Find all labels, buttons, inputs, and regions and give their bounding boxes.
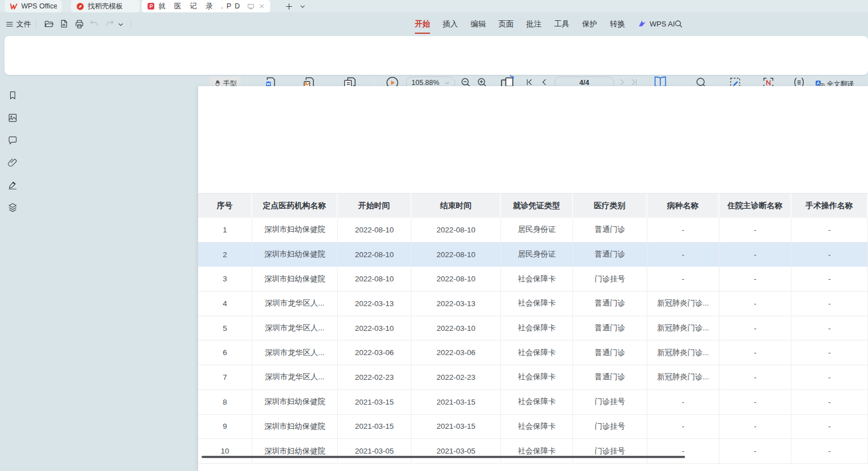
menu-tab-convert[interactable]: 转换: [610, 19, 625, 29]
medical-records-table: 序号定点医药机构名称开始时间结束时间就诊凭证类型医疗类别病种名称住院主诊断名称手…: [198, 193, 868, 464]
table-cell: -: [719, 340, 791, 365]
tab-document[interactable]: 就 医 记 录 .PDF: [142, 0, 270, 12]
table-cell: -: [719, 243, 791, 267]
tab-label: WPS Office: [21, 2, 57, 10]
printer-icon: [74, 19, 84, 29]
table-cell: 6: [198, 340, 252, 365]
table-cell: -: [791, 390, 868, 414]
table-cell: 普通门诊: [573, 291, 647, 316]
table-row-4[interactable]: 4深圳市龙华区人...2022-03-132022-03-13社会保障卡普通门诊…: [198, 291, 868, 316]
table-cell: -: [791, 365, 868, 389]
tab-docer-template[interactable]: 找稻壳模板: [71, 0, 140, 12]
table-cell: 2022-08-10: [338, 218, 411, 242]
table-cell: 2022-08-10: [411, 218, 501, 242]
tab-wps-office[interactable]: WPS Office: [5, 0, 62, 12]
table-cell: 2: [198, 243, 252, 267]
bookmarks-panel-button[interactable]: [7, 90, 18, 101]
table-cell: 2022-08-10: [338, 243, 411, 267]
table-cell: 4: [198, 291, 252, 316]
signature-panel-button[interactable]: [7, 180, 18, 190]
table-cell: 2022-08-10: [411, 243, 501, 267]
table-row-7[interactable]: 7深圳市龙华区人...2022-02-232022-02-23社会保障卡普通门诊…: [198, 365, 868, 390]
table-row-5[interactable]: 5深圳市龙华区人...2022-03-102022-03-10社会保障卡普通门诊…: [198, 316, 868, 341]
zoom-level-value: 105.88%: [411, 79, 439, 87]
table-cell: 深圳市妇幼保健院: [252, 243, 338, 267]
table-cell: 2021-03-15: [338, 415, 411, 439]
save-button[interactable]: [59, 19, 69, 29]
hamburger-icon: [6, 20, 14, 28]
table-row-2[interactable]: 2深圳市妇幼保健院2022-08-102022-08-10居民身份证普通门诊--…: [198, 243, 868, 267]
search-icon: [674, 19, 683, 29]
menu-tab-home[interactable]: 开始: [415, 19, 430, 29]
open-file-button[interactable]: [44, 19, 54, 29]
menu-tab-tools[interactable]: 工具: [554, 19, 570, 29]
divider: [36, 20, 37, 29]
table-row-10[interactable]: 10深圳市妇幼保健院2021-03-052021-03-05社会保障卡门诊挂号-…: [198, 439, 868, 464]
column-header-8: 住院主诊断名称: [719, 194, 791, 218]
print-button[interactable]: [74, 19, 84, 29]
table-cell: 深圳市妇幼保健院: [252, 390, 338, 414]
chevron-down-icon: [299, 3, 306, 10]
pen-icon: [7, 180, 18, 190]
prev-page-button[interactable]: [540, 78, 549, 87]
menu-tab-page[interactable]: 页面: [499, 19, 514, 29]
horizontal-scrollbar-thumb[interactable]: [202, 456, 685, 458]
page-indicator: 4/4: [579, 79, 589, 87]
table-cell: -: [647, 243, 719, 267]
table-row-3[interactable]: 3深圳市妇幼保健院2022-08-102022-08-10社会保障卡门诊挂号--…: [198, 267, 868, 291]
table-cell: 2022-03-06: [411, 340, 501, 365]
table-cell: 深圳市妇幼保健院: [252, 439, 338, 463]
table-row-9[interactable]: 9深圳市妇幼保健院2021-03-152021-03-15社会保障卡门诊挂号--…: [198, 415, 868, 439]
table-row-1[interactable]: 1深圳市妇幼保健院2022-08-102022-08-10居民身份证普通门诊--…: [198, 218, 868, 243]
table-cell: 深圳市妇幼保健院: [252, 267, 338, 291]
wps-ai-button[interactable]: WPS AI: [638, 19, 675, 28]
table-row-8[interactable]: 8深圳市妇幼保健院2021-03-152021-03-15社会保障卡门诊挂号--…: [198, 390, 868, 415]
menu-search-button[interactable]: [674, 19, 683, 29]
tab-list-chevron[interactable]: [297, 1, 308, 11]
menu-tab-edit[interactable]: 编辑: [471, 19, 486, 29]
table-cell: 深圳市龙华区人...: [252, 291, 338, 316]
tab-label: 找稻壳模板: [88, 2, 123, 11]
table-cell: 3: [198, 267, 252, 291]
menu-tab-insert[interactable]: 插入: [443, 19, 458, 29]
table-cell: 5: [198, 316, 252, 340]
table-cell: -: [791, 267, 868, 291]
column-header-6: 医疗类别: [573, 194, 647, 218]
redo-button[interactable]: [105, 19, 114, 29]
bookmark-icon: [7, 90, 18, 101]
table-cell: -: [719, 390, 791, 414]
table-cell: -: [647, 415, 719, 439]
table-cell: 普通门诊: [573, 243, 647, 267]
table-cell: 门诊挂号: [573, 415, 647, 439]
thumbnails-panel-button[interactable]: [7, 113, 18, 123]
new-tab-button[interactable]: [283, 1, 294, 11]
menu-tab-protect[interactable]: 保护: [582, 19, 597, 29]
file-menu-button[interactable]: 文件: [6, 19, 31, 29]
next-page-button[interactable]: [618, 78, 627, 87]
table-cell: -: [719, 365, 791, 389]
table-cell: -: [791, 439, 868, 463]
last-page-icon: [630, 78, 639, 87]
table-cell: 社会保障卡: [501, 365, 573, 389]
next-page-icon: [618, 78, 627, 87]
close-tab-icon[interactable]: [258, 2, 265, 10]
last-page-button[interactable]: [630, 78, 639, 87]
undo-button[interactable]: [90, 19, 99, 29]
table-cell: -: [647, 439, 719, 463]
layers-panel-button[interactable]: [7, 202, 18, 213]
attachments-panel-button[interactable]: [7, 157, 18, 168]
table-row-6[interactable]: 6深圳市龙华区人...2022-03-062022-03-06社会保障卡普通门诊…: [198, 340, 868, 365]
table-cell: 新冠肺炎门诊...: [647, 316, 719, 340]
table-cell: 2021-03-15: [338, 390, 411, 414]
table-cell: 深圳市龙华区人...: [252, 340, 338, 365]
table-cell: 2021-03-05: [411, 439, 501, 463]
table-cell: 门诊挂号: [573, 439, 647, 463]
column-header-1: 序号: [198, 194, 252, 218]
paperclip-icon: [7, 157, 18, 168]
table-cell: 新冠肺炎门诊...: [647, 365, 719, 389]
monitor-icon[interactable]: [247, 2, 254, 11]
menu-tab-comment[interactable]: 批注: [526, 19, 542, 29]
comments-panel-button[interactable]: [7, 135, 18, 146]
first-page-button[interactable]: [525, 78, 534, 87]
history-chevron-button[interactable]: [118, 21, 124, 28]
